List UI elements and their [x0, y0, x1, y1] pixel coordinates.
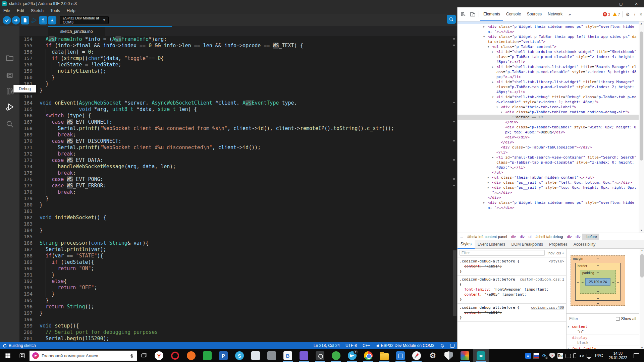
board-selector[interactable]: ESP32 Dev Module at COM3 ▼: [60, 16, 109, 24]
taskbar-app-opera-browser[interactable]: [167, 349, 183, 362]
devtools-tab-elements[interactable]: Elements: [480, 8, 503, 21]
status-cursor-position[interactable]: Ln 218, Col 24: [314, 343, 340, 348]
code-editor[interactable]: 1541551561571581591601611621631641651661…: [19, 36, 457, 342]
tray-sync-update-icon[interactable]: ⟳7: [541, 353, 547, 359]
tree-row[interactable]: ▶<div class="ps__rail-x" style="left: 0p…: [458, 180, 639, 185]
inspect-element-icon[interactable]: [461, 11, 467, 17]
css-source-link[interactable]: custom-codicon.css:1: [520, 277, 564, 287]
tray-network-icon[interactable]: [587, 354, 591, 358]
taskbar-app-chrome[interactable]: [360, 349, 376, 362]
tree-row[interactable]: </ul>: [458, 170, 639, 175]
computed-filter-input[interactable]: Filter: [569, 316, 578, 321]
menu-file[interactable]: File: [0, 8, 13, 13]
taskbar-app-app-blue[interactable]: P: [215, 349, 231, 362]
taskbar-app-visual-studio-app[interactable]: [392, 349, 409, 362]
minimize-button[interactable]: ─: [598, 0, 613, 7]
styles-toggles[interactable]: :hov .cls +: [547, 251, 564, 255]
tree-row[interactable]: </li>: [458, 150, 639, 155]
close-button[interactable]: ✕: [629, 0, 644, 7]
editor-scrollbar[interactable]: [452, 36, 457, 342]
taskbar-app-settings[interactable]: ⚙: [425, 349, 441, 362]
collapse-icon[interactable]: ▼: [496, 105, 498, 110]
devtools-tab-console[interactable]: Console: [503, 8, 524, 21]
tree-row[interactable]: </div>: [458, 195, 639, 200]
css-source-link[interactable]: <style>: [549, 259, 564, 264]
expand-icon[interactable]: ▶: [492, 155, 493, 160]
subtab-accessibility[interactable]: Accessibility: [571, 240, 598, 249]
taskbar-app-paint-app[interactable]: [457, 349, 473, 362]
breadcrumb-item[interactable]: div: [565, 234, 574, 240]
styles-filter-input[interactable]: Filter: [460, 250, 545, 256]
warning-icon[interactable]: [613, 12, 617, 16]
tray-security-alert-icon[interactable]: ✕: [549, 353, 555, 359]
tab-sketch-ino[interactable]: sketch_jan26a.ino: [48, 27, 105, 36]
status-language[interactable]: C++: [363, 343, 370, 348]
tree-row[interactable]: <div class="p-TabBar-tabLabel" style="wi…: [458, 125, 639, 135]
tree-row[interactable]: ▶<li id="shell-tab-boards-list-widget" t…: [458, 64, 639, 79]
maximize-button[interactable]: ▢: [613, 0, 629, 7]
tray-flag-ru-icon[interactable]: [533, 353, 539, 359]
breadcrumb-item[interactable]: div: [574, 234, 582, 240]
expand-icon[interactable]: ▶: [488, 180, 489, 185]
action-center-icon[interactable]: [634, 353, 639, 358]
taskbar-app-app-light[interactable]: [248, 349, 264, 362]
search-input[interactable]: Голосовой помощник Алиса: [42, 353, 127, 358]
collapse-icon[interactable]: ▼: [492, 95, 493, 100]
taskbar-app-compass-browser[interactable]: [409, 349, 425, 362]
tree-scrollbar[interactable]: ▲ ▼: [639, 21, 644, 233]
css-rule[interactable]: .codicon-debug-alt:before {<style>conten…: [458, 257, 566, 276]
new-sketch-button[interactable]: [21, 16, 29, 24]
tree-row[interactable]: ▼<li id="shell-tab-debug" title="Debug" …: [458, 95, 639, 105]
expand-icon[interactable]: ▶: [488, 185, 489, 190]
tree-row[interactable]: </div>: [458, 120, 639, 125]
status-board[interactable]: ESP32 Dev Module on COM3: [381, 343, 434, 348]
collapse-icon[interactable]: ▼: [501, 110, 502, 115]
expand-icon[interactable]: ▶: [483, 200, 485, 205]
devtools-tab-network[interactable]: Network: [545, 8, 566, 21]
app-grid-icon[interactable]: [15, 349, 29, 362]
task-view-button[interactable]: [137, 349, 151, 362]
taskbar-app-yandex-browser[interactable]: Y: [151, 349, 167, 362]
tree-row[interactable]: ▶<div class="ps__rail-y" style="top: 0px…: [458, 185, 639, 195]
show-all-checkbox[interactable]: Show all: [616, 316, 636, 321]
computed-prop[interactable]: displayblock: [567, 335, 639, 346]
tree-row[interactable]: …::before == $0: [458, 115, 639, 120]
taskbar-app-arduino-ide[interactable]: ∞: [473, 349, 489, 362]
debug-icon[interactable]: [5, 103, 14, 111]
computed-prop[interactable]: ▶content"□": [567, 324, 639, 335]
toggle-panel-icon[interactable]: [450, 344, 454, 348]
bell-icon[interactable]: [440, 344, 444, 348]
tree-row[interactable]: <div></div>: [458, 135, 639, 140]
taskbar-app-app-green[interactable]: [199, 349, 215, 362]
start-button[interactable]: [0, 349, 15, 362]
css-rule[interactable]: .codicon-debug-alt:before {custom-codico…: [458, 276, 566, 304]
expand-icon[interactable]: ▶: [492, 80, 493, 85]
css-source-link[interactable]: codicon.css:409: [531, 305, 564, 310]
computed-prop[interactable]: ▶font-family: [567, 346, 639, 349]
taskbar-clock[interactable]: 14:3326.01.2022: [609, 351, 627, 360]
boards-manager-icon[interactable]: [5, 71, 14, 80]
library-manager-icon[interactable]: [5, 87, 14, 96]
search-icon[interactable]: [5, 120, 14, 128]
collapse-icon[interactable]: ▼: [483, 35, 485, 40]
tree-row[interactable]: ▶<li id="shell-tab-search-view-container…: [458, 155, 639, 170]
serial-monitor-button[interactable]: [447, 15, 456, 24]
devtools-more-tabs[interactable]: »: [566, 8, 574, 21]
subtab-dom-breakpoints[interactable]: DOM Breakpoints: [508, 240, 546, 249]
tray-volume-muted-icon[interactable]: ◄✕: [579, 353, 584, 359]
taskbar-app-skype[interactable]: S: [231, 349, 248, 362]
taskbar-app-app-gray[interactable]: [264, 349, 280, 362]
error-icon[interactable]: ✕: [603, 12, 607, 16]
subtab-event-listeners[interactable]: Event Listeners: [475, 240, 508, 249]
tray-display-device-icon[interactable]: [566, 354, 571, 358]
subtab-styles[interactable]: Styles: [458, 240, 475, 249]
menu-tools[interactable]: Tools: [47, 8, 63, 13]
breadcrumb-item[interactable]: #shell-tab-debug: [533, 234, 565, 240]
taskbar-search[interactable]: Голосовой помощник Алиса: [30, 351, 137, 361]
upload-button[interactable]: [12, 16, 20, 24]
tray-lang-switcher-icon[interactable]: Ru: [557, 353, 563, 359]
breadcrumb-item[interactable]: #theia-left-content-panel: [465, 234, 509, 240]
tray-usb-device-icon[interactable]: [573, 353, 576, 358]
export-button[interactable]: [39, 16, 47, 24]
css-rule[interactable]: .codicon-debug-alt:before {codicon.css:4…: [458, 304, 566, 322]
